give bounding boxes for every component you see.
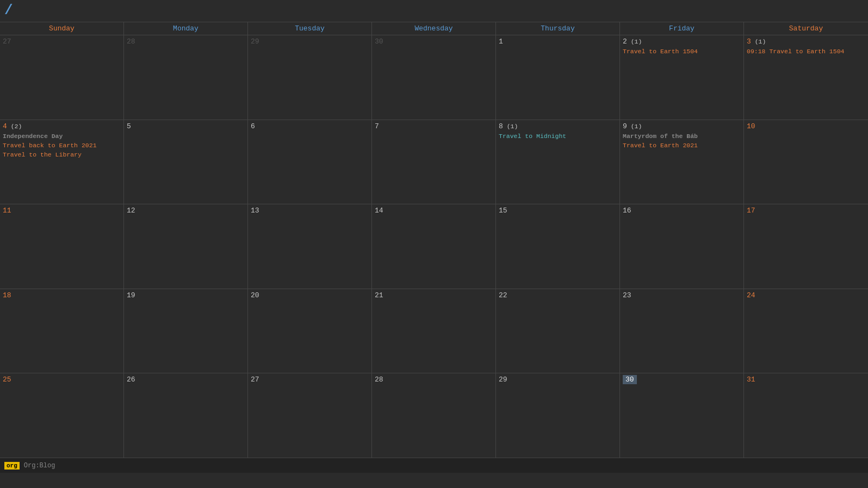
day-header-tuesday: Tuesday <box>248 22 372 35</box>
calendar: SundayMondayTuesdayWednesdayThursdayFrid… <box>0 22 868 458</box>
day-num: 23 <box>623 291 631 299</box>
day-num: 13 <box>251 207 259 215</box>
day-num: 28 <box>375 376 383 384</box>
day-num: 19 <box>127 291 135 299</box>
day-num: 2 <box>623 37 627 46</box>
event[interactable]: Travel to Midnight <box>499 132 617 141</box>
day-cell[interactable]: 4 (2)Independence DayTravel back to Eart… <box>0 120 124 204</box>
day-num: 20 <box>251 291 259 299</box>
day-num: 18 <box>3 291 11 299</box>
event[interactable]: 09:18 Travel to Earth 1504 <box>747 47 865 56</box>
calendar-grid: 2728293012 (1)Travel to Earth 15043 (1)0… <box>0 35 868 458</box>
event-count: (2) <box>7 123 22 130</box>
event[interactable]: Travel back to Earth 2021 <box>3 141 121 150</box>
day-num: 21 <box>375 291 383 299</box>
day-cell[interactable]: 1 <box>496 35 620 120</box>
day-cell[interactable]: 6 <box>248 120 372 204</box>
day-num: 7 <box>375 122 379 130</box>
day-num: 29 <box>251 37 259 46</box>
day-num: 4 <box>3 122 7 130</box>
day-cell[interactable]: 13 <box>248 204 372 289</box>
day-num: 14 <box>375 207 383 215</box>
day-cell[interactable]: 28 <box>372 373 496 458</box>
day-num: 6 <box>251 122 255 130</box>
day-cell[interactable]: 23 <box>620 289 744 373</box>
title-slash: / <box>4 2 13 18</box>
day-cell[interactable]: 21 <box>372 289 496 373</box>
day-header-monday: Monday <box>124 22 248 35</box>
event[interactable]: Martyrdom of the Báb <box>623 132 741 141</box>
event-count: (1) <box>627 123 642 130</box>
event[interactable]: Travel to Earth 2021 <box>623 141 741 150</box>
day-cell[interactable]: 8 (1)Travel to Midnight <box>496 120 620 204</box>
day-cell[interactable]: 2 (1)Travel to Earth 1504 <box>620 35 744 120</box>
day-cell[interactable]: 27 <box>0 35 124 120</box>
day-headers: SundayMondayTuesdayWednesdayThursdayFrid… <box>0 22 868 35</box>
day-cell[interactable]: 10 <box>744 120 868 204</box>
day-cell[interactable]: 27 <box>248 373 372 458</box>
day-num: 27 <box>251 376 259 384</box>
day-cell[interactable]: 14 <box>372 204 496 289</box>
day-num: 10 <box>747 122 755 130</box>
day-num: 24 <box>747 291 755 299</box>
day-cell[interactable]: 7 <box>372 120 496 204</box>
status-bar: org Org:Blog <box>0 458 868 473</box>
day-cell[interactable]: 17 <box>744 204 868 289</box>
day-cell[interactable]: 30 <box>620 373 744 458</box>
status-tag: org <box>4 462 20 470</box>
day-num: 5 <box>127 122 131 130</box>
day-header-wednesday: Wednesday <box>372 22 496 35</box>
event[interactable]: Travel to the Library <box>3 151 121 159</box>
week-row: 11121314151617 <box>0 204 868 289</box>
event-count: (1) <box>751 38 766 45</box>
day-num: 1 <box>499 37 503 46</box>
day-num: 30 <box>375 37 383 46</box>
day-cell[interactable]: 31 <box>744 373 868 458</box>
event[interactable]: Travel to Earth 1504 <box>623 47 741 56</box>
day-cell[interactable]: 16 <box>620 204 744 289</box>
day-num: 28 <box>127 37 135 46</box>
day-cell[interactable]: 15 <box>496 204 620 289</box>
day-num: 11 <box>3 207 11 215</box>
day-cell[interactable]: 19 <box>124 289 248 373</box>
day-num: 9 <box>623 122 627 130</box>
day-cell[interactable]: 9 (1)Martyrdom of the BábTravel to Earth… <box>620 120 744 204</box>
status-text: Org:Blog <box>24 462 55 470</box>
day-cell[interactable]: 29 <box>248 35 372 120</box>
day-num: 17 <box>747 207 755 215</box>
day-cell[interactable]: 25 <box>0 373 124 458</box>
day-cell[interactable]: 29 <box>496 373 620 458</box>
week-row: 2728293012 (1)Travel to Earth 15043 (1)0… <box>0 35 868 120</box>
day-cell[interactable]: 12 <box>124 204 248 289</box>
day-num: 27 <box>3 37 11 46</box>
day-cell[interactable]: 18 <box>0 289 124 373</box>
day-num: 22 <box>499 291 507 299</box>
day-cell[interactable]: 22 <box>496 289 620 373</box>
day-cell[interactable]: 20 <box>248 289 372 373</box>
event[interactable]: Independence Day <box>3 132 121 141</box>
day-num: 26 <box>127 376 135 384</box>
day-num: 12 <box>127 207 135 215</box>
day-header-thursday: Thursday <box>496 22 620 35</box>
day-cell[interactable]: 26 <box>124 373 248 458</box>
event-count: (1) <box>503 123 518 130</box>
day-cell[interactable]: 5 <box>124 120 248 204</box>
day-num-today: 30 <box>623 375 637 384</box>
day-num: 31 <box>747 376 755 384</box>
day-cell[interactable]: 3 (1)09:18 Travel to Earth 1504 <box>744 35 868 120</box>
week-row: 4 (2)Independence DayTravel back to Eart… <box>0 120 868 205</box>
day-header-saturday: Saturday <box>744 22 868 35</box>
day-num: 29 <box>499 376 507 384</box>
calendar-title: / <box>4 2 13 18</box>
day-num: 25 <box>3 376 11 384</box>
week-row: 25262728293031 <box>0 373 868 458</box>
event-count: (1) <box>627 38 642 45</box>
day-num: 15 <box>499 207 507 215</box>
day-num: 8 <box>499 122 503 130</box>
day-cell[interactable]: 24 <box>744 289 868 373</box>
day-cell[interactable]: 28 <box>124 35 248 120</box>
day-num: 16 <box>623 207 631 215</box>
day-num: 3 <box>747 37 751 46</box>
day-cell[interactable]: 11 <box>0 204 124 289</box>
day-cell[interactable]: 30 <box>372 35 496 120</box>
